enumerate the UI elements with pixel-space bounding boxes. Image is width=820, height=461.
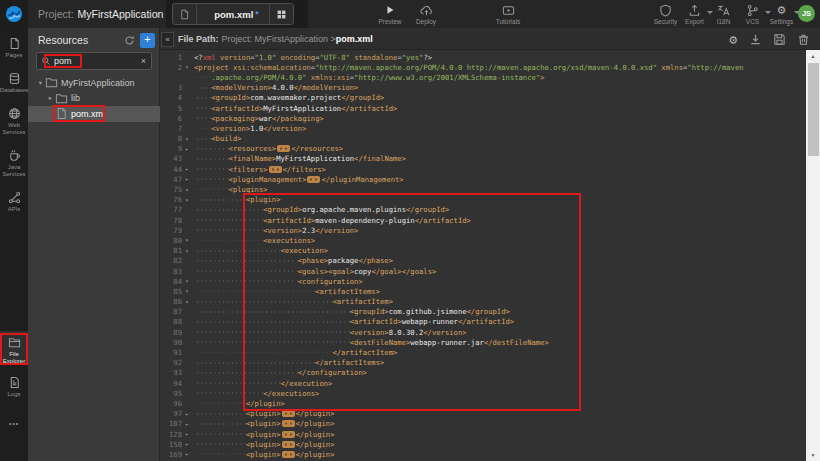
code-line-87[interactable]: 87<groupId>com.github.jsimone</groupId> bbox=[160, 307, 806, 317]
code-line-2[interactable]: 2▾<project xsi:schemaLocation="http://ma… bbox=[160, 62, 806, 72]
code-line-7[interactable]: 7<version>1.0</version> bbox=[160, 123, 806, 133]
code-line-94[interactable]: 94</execution> bbox=[160, 378, 806, 388]
fold-toggle-icon[interactable]: ▾ bbox=[182, 299, 192, 305]
scrollbar-thumb[interactable] bbox=[808, 63, 819, 156]
code-line-169[interactable]: 169▸<plugin></plugin> bbox=[160, 449, 806, 459]
tree-item-myfirstapplication[interactable]: ▾MyFirstApplication bbox=[28, 75, 160, 91]
code-line-78[interactable]: 78<artifactId>maven-dependency-plugin</a… bbox=[160, 215, 806, 225]
fold-toggle-icon[interactable]: ▸ bbox=[182, 176, 192, 182]
sidebar-item-logs[interactable]: Logs bbox=[0, 371, 28, 398]
project-name[interactable]: MyFirstApplication bbox=[78, 8, 164, 20]
tree-item-pom-xml[interactable]: pom.xml bbox=[28, 106, 160, 122]
fold-toggle-icon[interactable]: ▸ bbox=[182, 451, 192, 457]
tree-caret-icon[interactable]: ▾ bbox=[36, 79, 45, 87]
code-line-75[interactable]: 75▾<plugins> bbox=[160, 184, 806, 194]
fold-toggle-icon[interactable]: ▾ bbox=[182, 288, 192, 294]
settings-button[interactable]: ⚙ bbox=[728, 32, 738, 46]
fold-placeholder[interactable] bbox=[269, 166, 282, 173]
topbar-action-settings[interactable]: ⚙Settings bbox=[767, 0, 796, 28]
tab-pom-xml[interactable]: pom.xml* bbox=[172, 3, 294, 25]
sidebar-item-apis[interactable]: APIs bbox=[0, 186, 28, 213]
fold-toggle-icon[interactable]: ▸ bbox=[182, 431, 192, 437]
code-line-47[interactable]: 47▸<pluginManagement></pluginManagement> bbox=[160, 174, 806, 184]
fold-placeholder[interactable] bbox=[282, 451, 295, 458]
download-button[interactable] bbox=[749, 32, 762, 46]
tree-caret-icon[interactable]: ▸ bbox=[46, 94, 55, 102]
refresh-icon[interactable] bbox=[122, 33, 136, 47]
code-editor[interactable]: 1<?xml version="1.0" encoding="UTF-8" st… bbox=[160, 50, 806, 461]
code-line-3[interactable]: 3<modelVersion>4.0.0</modelVersion> bbox=[160, 83, 806, 93]
sidebar-item-web-services[interactable]: Web Services bbox=[0, 102, 28, 136]
code-line-91[interactable]: 91</artifactItem> bbox=[160, 347, 806, 357]
fold-toggle-icon[interactable]: ▸ bbox=[182, 411, 192, 417]
tree-item-lib[interactable]: ▸lib bbox=[28, 91, 160, 107]
user-avatar[interactable]: JS bbox=[798, 5, 815, 22]
fold-toggle-icon[interactable]: ▾ bbox=[182, 248, 192, 254]
fold-toggle-icon[interactable]: ▸ bbox=[182, 441, 192, 447]
fold-placeholder[interactable] bbox=[282, 420, 295, 427]
code-line-44[interactable]: 44▸<filters></filters> bbox=[160, 164, 806, 174]
topbar-action-security[interactable]: Security bbox=[651, 0, 680, 28]
fold-placeholder[interactable] bbox=[277, 145, 290, 152]
fold-placeholder[interactable] bbox=[282, 431, 295, 438]
fold-toggle-icon[interactable]: ▸ bbox=[182, 166, 192, 172]
search-input[interactable] bbox=[51, 56, 141, 66]
app-logo[interactable] bbox=[0, 0, 28, 28]
code-line-9[interactable]: 9▸<resources></resources> bbox=[160, 144, 806, 154]
code-line-97[interactable]: 97▸<plugin></plugin> bbox=[160, 409, 806, 419]
topbar-action-vcs[interactable]: VCS bbox=[738, 0, 767, 28]
code-line-82[interactable]: 82<phase>package</phase> bbox=[160, 256, 806, 266]
fold-toggle-icon[interactable]: ▸ bbox=[182, 146, 192, 152]
code-line-84[interactable]: 84▾<configuration> bbox=[160, 276, 806, 286]
code-line-93[interactable]: 93</configuration> bbox=[160, 368, 806, 378]
code-line-86[interactable]: 86▾<artifactItem> bbox=[160, 297, 806, 307]
code-line-128[interactable]: 128▸<plugin></plugin> bbox=[160, 429, 806, 439]
code-line-95[interactable]: 95</executions> bbox=[160, 388, 806, 398]
topbar-action-deploy[interactable]: Deploy bbox=[411, 0, 441, 28]
code-line-76[interactable]: 76▾<plugin> bbox=[160, 195, 806, 205]
code-line-4[interactable]: 4<groupId>com.wavemaker.project</groupId… bbox=[160, 93, 806, 103]
collapse-panel-icon[interactable]: « bbox=[161, 32, 174, 47]
clear-search-icon[interactable]: × bbox=[141, 56, 146, 66]
rail-overflow-button[interactable]: ••• bbox=[0, 420, 28, 427]
scroll-up-icon[interactable]: ▲ bbox=[806, 50, 820, 62]
code-line-107[interactable]: 107▸<plugin></plugin> bbox=[160, 419, 806, 429]
scroll-down-icon[interactable]: ▼ bbox=[806, 449, 820, 461]
code-line-6[interactable]: 6<packaging>war</packaging> bbox=[160, 113, 806, 123]
sidebar-item-databases[interactable]: Databases bbox=[0, 67, 28, 94]
topbar-action-tutorials[interactable]: Tutorials bbox=[493, 0, 523, 28]
topbar-action-export[interactable]: Export bbox=[680, 0, 709, 28]
fold-toggle-icon[interactable]: ▾ bbox=[182, 136, 192, 142]
fold-placeholder[interactable] bbox=[282, 410, 295, 417]
fold-toggle-icon[interactable]: ▾ bbox=[182, 187, 192, 193]
sidebar-item-java-services[interactable]: Java Services bbox=[0, 144, 28, 178]
fold-toggle-icon[interactable]: ▾ bbox=[182, 197, 192, 203]
code-line-43[interactable]: 43<finalName>MyFirstApplication</finalNa… bbox=[160, 154, 806, 164]
code-line-89[interactable]: 89<version>8.0.30.2</version> bbox=[160, 327, 806, 337]
fold-placeholder[interactable] bbox=[307, 176, 320, 183]
code-line-92[interactable]: 92</artifactItems> bbox=[160, 358, 806, 368]
fold-toggle-icon[interactable]: ▾ bbox=[182, 237, 192, 243]
fold-toggle-icon[interactable]: ▾ bbox=[182, 64, 192, 70]
topbar-action-i18n[interactable]: I18N bbox=[709, 0, 738, 28]
editor-scrollbar[interactable]: ▲ ▼ bbox=[806, 50, 820, 461]
fold-toggle-icon[interactable]: ▾ bbox=[182, 278, 192, 284]
sidebar-item-pages[interactable]: Pages bbox=[0, 32, 28, 59]
code-line-5[interactable]: 5<artifactId>MyFirstApplication</artifac… bbox=[160, 103, 806, 113]
sidebar-item-file-explorer[interactable]: File Explorer bbox=[0, 331, 28, 365]
code-line-79[interactable]: 79<version>2.3</version> bbox=[160, 225, 806, 235]
fold-toggle-icon[interactable]: ▸ bbox=[182, 421, 192, 427]
code-line-wrap[interactable]: .apache.org/POM/4.0.0" xmlns:xsi="http:/… bbox=[160, 72, 806, 82]
topbar-action-preview[interactable]: Preview bbox=[375, 0, 405, 28]
grid-view-icon[interactable] bbox=[269, 4, 293, 24]
code-line-150[interactable]: 150▸<plugin></plugin> bbox=[160, 439, 806, 449]
code-line-83[interactable]: 83<goals><goal>copy</goal></goals> bbox=[160, 266, 806, 276]
code-line-77[interactable]: 77<groupId>org.apache.maven.plugins</gro… bbox=[160, 205, 806, 215]
code-line-80[interactable]: 80▾<executions> bbox=[160, 235, 806, 245]
delete-button[interactable] bbox=[797, 32, 810, 46]
add-resource-button[interactable]: + bbox=[140, 33, 155, 48]
code-line-81[interactable]: 81▾<execution> bbox=[160, 246, 806, 256]
fold-placeholder[interactable] bbox=[282, 441, 295, 448]
code-line-90[interactable]: 90<destFileName>webapp-runner.jar</destF… bbox=[160, 337, 806, 347]
save-button[interactable] bbox=[773, 32, 786, 46]
